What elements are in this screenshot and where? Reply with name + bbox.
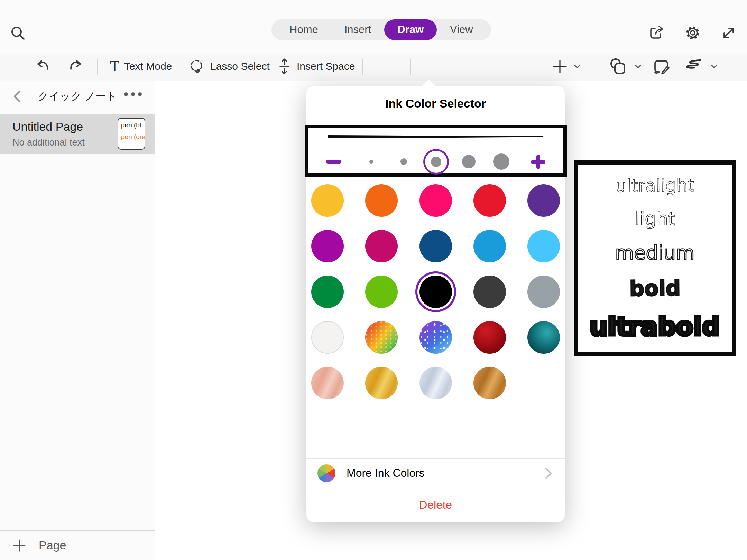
toolbar-divider: [362, 59, 363, 75]
undo-button[interactable]: [35, 53, 53, 80]
color-swatch-gold[interactable]: [365, 367, 398, 399]
share-icon[interactable]: [648, 24, 665, 41]
handwriting-sample-ultralight: ultralight: [616, 177, 694, 195]
shapes-button[interactable]: [608, 53, 643, 80]
color-swatch-pink[interactable]: [419, 184, 452, 217]
lasso-select-button[interactable]: Lasso Select: [187, 53, 270, 80]
color-swatch-purple[interactable]: [527, 184, 560, 217]
chevron-down-icon: [634, 62, 643, 71]
onenote-app: HomeInsertDrawView T Text Mode: [0, 0, 747, 560]
color-swatch-galaxy[interactable]: [419, 321, 452, 354]
stroke-weight-sample-box: ultralightlightmediumboldultrabold: [574, 160, 736, 356]
color-swatch-green[interactable]: [311, 276, 344, 308]
text-mode-button[interactable]: T Text Mode: [110, 53, 172, 80]
color-swatch-black-selected[interactable]: [419, 276, 452, 308]
top-right-icons: [648, 24, 737, 41]
stroke-width-preview: [328, 134, 543, 139]
handwriting-sample-medium: medium: [615, 243, 694, 262]
insert-space-button[interactable]: Insert Space: [277, 53, 355, 80]
tab-home[interactable]: Home: [276, 19, 331, 40]
color-swatch-red[interactable]: [473, 184, 506, 217]
page-list-item-selected[interactable]: Untitled Page No additional text pen (bl…: [0, 114, 155, 154]
lasso-icon: [187, 57, 205, 75]
thickness-annotation-rectangle: [305, 125, 567, 177]
text-mode-icon: T: [110, 59, 119, 74]
handwriting-sample-bold: bold: [629, 278, 680, 299]
shapes-icon: [608, 57, 629, 76]
page-sidebar: クイック ノート Untitled Page No additional tex…: [0, 81, 155, 560]
ink-squiggle-button[interactable]: [683, 53, 719, 80]
color-swatch-lime-green[interactable]: [365, 276, 398, 308]
insert-space-icon: [277, 57, 292, 75]
draw-toolbar: T Text Mode Lasso Select Insert Space: [0, 53, 747, 81]
color-wheel-icon: [317, 464, 335, 482]
color-swatch-rose-gold[interactable]: [311, 367, 344, 399]
color-swatch-white[interactable]: [311, 321, 344, 354]
page-subtitle: No additional text: [12, 137, 85, 148]
color-swatch-orange[interactable]: [365, 184, 398, 217]
ink-color-selector-popup: Ink Color Selector More Ink Colors: [306, 86, 565, 522]
color-swatch-blue[interactable]: [473, 230, 506, 262]
tab-view[interactable]: View: [437, 19, 486, 40]
ink-squiggle-icon: [683, 57, 705, 76]
color-swatch-teal-marble[interactable]: [527, 321, 560, 354]
decrease-thickness-button[interactable]: [326, 160, 341, 164]
popup-title: Ink Color Selector: [306, 97, 565, 110]
insert-space-label: Insert Space: [297, 60, 355, 72]
color-swatch-dark-blue[interactable]: [419, 230, 452, 262]
thickness-size-3-selected[interactable]: [425, 151, 447, 173]
fullscreen-icon[interactable]: [720, 24, 737, 41]
delete-label: Delete: [419, 498, 452, 512]
thickness-controls: [308, 150, 563, 173]
section-more-button[interactable]: [124, 92, 142, 96]
thickness-size-1[interactable]: [360, 151, 382, 173]
color-swatch-magenta[interactable]: [311, 230, 344, 262]
color-swatch-dark-gray[interactable]: [473, 276, 506, 308]
note-canvas[interactable]: Ink Color Selector More Ink Colors: [155, 81, 747, 560]
lasso-select-label: Lasso Select: [210, 60, 270, 72]
text-mode-label: Text Mode: [124, 60, 172, 72]
thickness-size-4[interactable]: [458, 151, 480, 173]
add-page-button[interactable]: Page: [0, 530, 155, 560]
delete-pen-button[interactable]: Delete: [306, 487, 565, 522]
ink-annotate-button[interactable]: [652, 53, 672, 80]
color-swatch-yellow[interactable]: [311, 184, 344, 217]
thickness-size-5[interactable]: [490, 151, 512, 173]
ink-annotate-icon: [652, 57, 672, 76]
color-swatch-raspberry[interactable]: [365, 230, 398, 262]
top-bar: HomeInsertDrawView: [0, 0, 747, 53]
color-swatch-gray[interactable]: [527, 276, 560, 308]
tab-bar: HomeInsertDrawView: [271, 19, 491, 40]
color-grid: [311, 184, 560, 399]
page-title: Untitled Page: [12, 120, 83, 133]
tab-insert[interactable]: Insert: [331, 19, 385, 40]
handwriting-sample-ultrabold: ultrabold: [590, 314, 720, 339]
handwriting-sample-light: light: [635, 209, 675, 228]
redo-button[interactable]: [66, 53, 84, 80]
color-swatch-sky-blue[interactable]: [527, 230, 560, 262]
settings-gear-icon[interactable]: [684, 24, 701, 41]
chevron-right-icon: [544, 466, 553, 480]
thickness-dots: [360, 151, 512, 173]
chevron-down-icon: [573, 62, 582, 71]
chevron-down-icon: [710, 62, 719, 71]
plus-icon: [12, 539, 26, 552]
add-pen-button[interactable]: [552, 53, 582, 80]
color-swatch-bronze[interactable]: [473, 367, 506, 399]
notebook-section-title: クイック ノート: [0, 89, 155, 104]
toolbar-divider: [97, 59, 98, 75]
more-ink-colors-button[interactable]: More Ink Colors: [306, 458, 565, 487]
color-swatch-red-marble[interactable]: [473, 321, 506, 354]
tab-draw[interactable]: Draw: [384, 19, 437, 40]
increase-thickness-button[interactable]: [531, 155, 545, 169]
page-thumbnail: pen (bl pen (ora: [118, 118, 145, 150]
popup-arrow: [421, 79, 437, 96]
add-page-label: Page: [39, 539, 66, 552]
color-swatch-rainbow-glitter[interactable]: [365, 321, 398, 354]
sidebar-header: クイック ノート: [0, 81, 155, 112]
more-ink-colors-label: More Ink Colors: [347, 467, 425, 479]
search-icon[interactable]: [10, 25, 26, 41]
toolbar-divider: [410, 59, 411, 75]
thickness-size-2[interactable]: [393, 151, 415, 173]
color-swatch-silver[interactable]: [419, 367, 452, 399]
